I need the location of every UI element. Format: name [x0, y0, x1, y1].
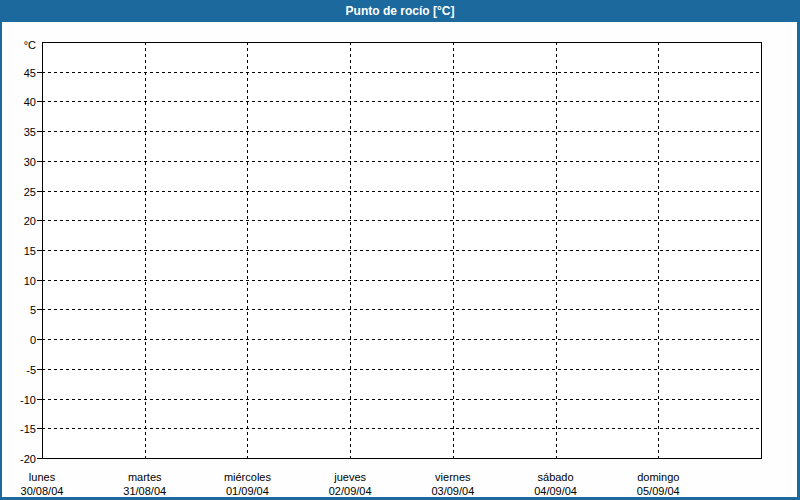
chart-area: 454035302520151050-5-10-15-20°Clunes30/0…: [0, 22, 800, 497]
y-axis-tick-label: 15: [24, 245, 36, 257]
x-axis-day-label: viernes: [435, 471, 471, 483]
chart-window: Punto de rocío [°C] 454035302520151050-5…: [0, 0, 800, 500]
y-axis-tick-label: 10: [24, 275, 36, 287]
chart-svg: 454035302520151050-5-10-15-20°Clunes30/0…: [0, 22, 800, 497]
x-axis-day-label: lunes: [29, 471, 56, 483]
y-axis-tick-label: 0: [30, 334, 36, 346]
x-axis-day-label: sábado: [538, 471, 574, 483]
y-axis-tick-label: -5: [26, 364, 36, 376]
x-axis-day-label: martes: [128, 471, 162, 483]
y-axis-tick-label: -10: [20, 394, 36, 406]
y-axis-tick-label: 35: [24, 126, 36, 138]
y-axis-tick-label: -15: [20, 423, 36, 435]
x-axis-date-label: 01/09/04: [226, 485, 269, 497]
title-bar: Punto de rocío [°C]: [0, 0, 800, 22]
x-axis-day-label: jueves: [333, 471, 366, 483]
y-axis-tick-label: 25: [24, 186, 36, 198]
y-axis-tick-label: 5: [30, 304, 36, 316]
x-axis-date-label: 02/09/04: [329, 485, 372, 497]
x-axis-date-label: 04/09/04: [534, 485, 577, 497]
y-axis-tick-label: 20: [24, 215, 36, 227]
x-axis-date-label: 03/09/04: [431, 485, 474, 497]
y-axis-tick-label: 40: [24, 96, 36, 108]
x-axis-date-label: 30/08/04: [21, 485, 64, 497]
x-axis-date-label: 05/09/04: [637, 485, 680, 497]
plot-background: [42, 42, 761, 458]
x-axis-day-label: domingo: [637, 471, 679, 483]
y-axis-unit-label: °C: [24, 39, 36, 51]
y-axis-tick-label: 30: [24, 156, 36, 168]
chart-title: Punto de rocío [°C]: [346, 4, 455, 18]
x-axis-date-label: 31/08/04: [123, 485, 166, 497]
x-axis-day-label: miércoles: [224, 471, 272, 483]
y-axis-tick-label: 45: [24, 67, 36, 79]
y-axis-tick-label: -20: [20, 453, 36, 465]
